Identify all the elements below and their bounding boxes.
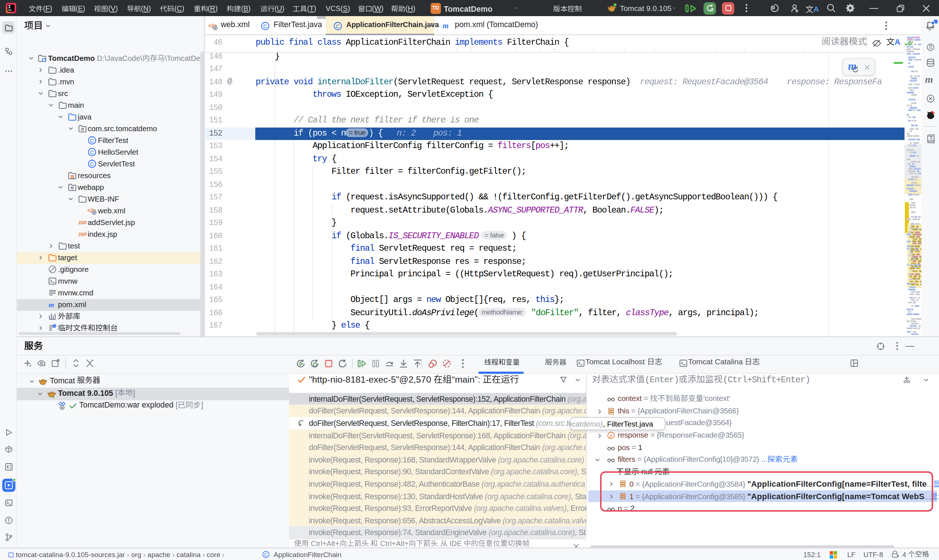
svg-text:A: A [930,136,933,141]
